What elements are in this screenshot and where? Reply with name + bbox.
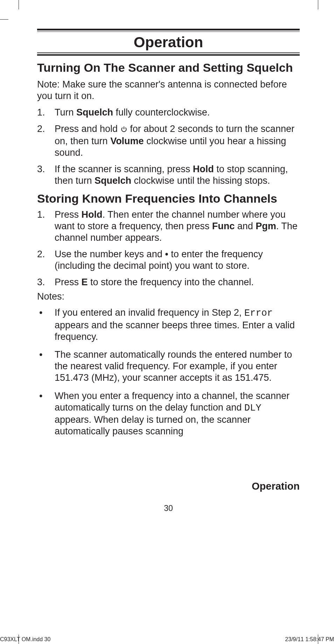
text: to store the frequency into the channel. <box>88 277 254 287</box>
bold-text: Func <box>212 221 235 231</box>
page-number: 30 <box>37 504 300 513</box>
text: appears. When delay is turned on, the sc… <box>55 414 251 436</box>
code-text: DLY <box>244 403 262 413</box>
list-item: The scanner automatically rounds the ent… <box>37 349 300 384</box>
text: Use the number keys and <box>55 249 165 259</box>
bold-text: Squelch <box>76 107 113 118</box>
list-item: 2. Use the number keys and • to enter th… <box>37 248 300 272</box>
rule <box>37 54 300 56</box>
note-text: Note: Make sure the scanner's antenna is… <box>37 79 300 102</box>
text: fully counterclockwise. <box>113 107 210 118</box>
crop-mark <box>318 0 318 9</box>
unordered-list: If you entered an invalid frequency in S… <box>37 307 300 437</box>
list-item: If you entered an invalid frequency in S… <box>37 307 300 343</box>
bold-text: Hold <box>193 164 214 174</box>
page-title: Operation <box>37 32 300 52</box>
bold-text: Volume <box>110 136 144 146</box>
text: Press and hold <box>55 124 120 134</box>
list-item: 1. Press Hold. Then enter the channel nu… <box>37 209 300 244</box>
footer-section-label: Operation <box>252 481 300 492</box>
power-icon <box>120 124 127 135</box>
list-item: 2. Press and hold for about 2 seconds to… <box>37 123 300 159</box>
text: Turn <box>55 107 76 118</box>
list-item: 1. Turn Squelch fully counterclockwise. <box>37 107 300 118</box>
list-number: 1. <box>37 209 45 220</box>
page-content: Operation Turning On The Scanner and Set… <box>37 29 300 444</box>
bold-text: Squelch <box>95 175 131 186</box>
list-number: 2. <box>37 248 45 260</box>
ordered-list: 1. Turn Squelch fully counterclockwise. … <box>37 107 300 187</box>
doc-footer-right: 23/9/11 1:58:47 PM <box>285 636 334 643</box>
list-item: 3. Press E to store the frequency into t… <box>37 276 300 288</box>
section-heading: Turning On The Scanner and Setting Squel… <box>37 61 300 75</box>
bold-text: Pgm <box>256 221 276 231</box>
list-number: 1. <box>37 107 45 118</box>
text: If the scanner is scanning, press <box>55 164 193 174</box>
list-item: 3. If the scanner is scanning, press Hol… <box>37 163 300 187</box>
text: The scanner automatically rounds the ent… <box>55 349 292 383</box>
bold-text: Hold <box>82 209 103 220</box>
dot-glyph: • <box>165 249 168 259</box>
list-item: When you enter a frequency into a channe… <box>37 390 300 438</box>
rule <box>37 29 300 30</box>
doc-footer-left: C93XLT OM.indd 30 <box>0 636 50 643</box>
text: clockwise until the hissing stops. <box>131 175 270 186</box>
text: Press <box>55 209 82 220</box>
list-number: 2. <box>37 123 45 135</box>
page-sheet: Operation Turning On The Scanner and Set… <box>0 0 334 644</box>
crop-mark <box>19 0 19 9</box>
notes-label: Notes: <box>37 291 300 302</box>
list-number: 3. <box>37 276 45 288</box>
section-heading: Storing Known Frequencies Into Channels <box>37 191 300 205</box>
text: appears and the scanner beeps three time… <box>55 320 295 342</box>
code-text: Error <box>244 308 273 318</box>
text: If you entered an invalid frequency in S… <box>55 307 244 318</box>
crop-mark <box>0 19 8 20</box>
text: Press <box>55 277 82 287</box>
text: and <box>235 221 256 231</box>
list-number: 3. <box>37 163 45 175</box>
ordered-list: 1. Press Hold. Then enter the channel nu… <box>37 209 300 288</box>
rule <box>37 52 300 53</box>
bold-text: E <box>82 277 88 287</box>
